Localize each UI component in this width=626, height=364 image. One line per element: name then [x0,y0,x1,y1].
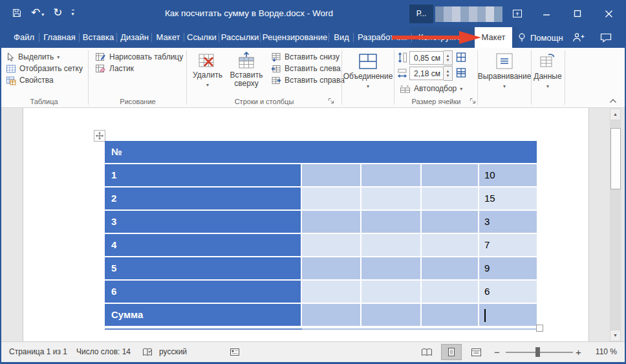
view-gridlines-button[interactable]: Отобразить сетку [1,63,87,74]
insert-right-button[interactable]: Вставить справа [266,74,345,86]
language-indicator[interactable]: русский [159,342,187,362]
tab-references[interactable]: Ссылки [185,27,219,48]
row-label-sum[interactable]: Сумма [105,304,301,326]
row-height-spin-buttons[interactable]: ▲▼ [444,50,453,65]
table-cell[interactable] [302,187,360,209]
row-label[interactable]: 4 [105,234,301,256]
distribute-columns-button[interactable] [455,67,467,78]
value-cell[interactable]: 10 [479,164,537,186]
table-cell[interactable] [422,187,478,209]
data-button[interactable]: Данные ▾ [532,50,564,91]
table-cell[interactable] [362,164,420,186]
zoom-level[interactable]: 110 % [587,342,617,362]
zoom-out-button[interactable]: − [494,342,500,362]
comments-button[interactable] [600,33,612,43]
word-count[interactable]: Число слов: 14 [76,342,131,362]
page-indicator[interactable]: Страница 1 из 1 [9,342,67,362]
close-button[interactable] [598,0,620,27]
table-move-handle[interactable] [94,130,105,142]
table-cell[interactable] [302,257,360,279]
scroll-thumb[interactable] [610,128,621,189]
tab-review[interactable]: Рецензирование [261,27,329,48]
table-cell[interactable] [362,211,420,233]
autofit-button[interactable]: Автоподбор▾ [395,83,462,94]
undo-button[interactable]: ↶ ▾ [31,6,44,20]
undo-dropdown-icon[interactable]: ▾ [41,12,44,17]
tab-insert[interactable]: Вставка [80,27,116,48]
table-cell[interactable] [362,234,420,256]
table-cell[interactable] [362,281,420,303]
column-width-spin-buttons[interactable]: ▲▼ [444,66,453,81]
table-cell[interactable] [362,304,420,326]
table-cell[interactable] [422,164,478,186]
scroll-up-button[interactable]: ▲ [610,109,621,120]
merge-button[interactable]: Объединение ▾ [349,50,387,91]
row-label[interactable]: 2 [105,187,301,209]
table-header-cell[interactable]: № [105,141,537,163]
ribbon-display-options-button[interactable] [506,0,528,27]
read-mode-button[interactable] [416,344,437,360]
value-cell[interactable]: 15 [479,187,537,209]
select-button[interactable]: Выделить▾ [1,51,87,63]
delete-button[interactable]: Удалить ▾ [190,50,225,89]
tab-layout[interactable]: Макет [153,27,184,48]
table-cell[interactable] [362,257,420,279]
tab-design[interactable]: Дизайн [118,27,151,48]
share-button[interactable] [572,32,585,43]
row-height-input[interactable] [409,51,444,65]
column-width-input[interactable] [409,67,444,80]
properties-button[interactable]: Свойства [1,74,87,86]
value-cell[interactable]: 6 [479,281,537,303]
eraser-button[interactable]: Ластик [91,63,185,74]
tab-view[interactable]: Вид [330,27,353,48]
scroll-down-button[interactable]: ▼ [610,330,621,341]
zoom-slider-thumb[interactable] [535,347,540,357]
minimize-button[interactable] [535,0,557,27]
row-label[interactable]: 6 [105,281,301,303]
read-mode-icon [421,348,433,357]
redo-button[interactable]: ↻ [53,6,62,20]
insert-above-button[interactable]: Вставить сверху [228,50,265,88]
collapse-ribbon-button[interactable] [609,98,617,103]
tell-me-helper[interactable]: Помощн [517,27,563,48]
zoom-in-button[interactable]: + [576,342,581,362]
table-cell[interactable] [422,281,478,303]
table-cell[interactable] [422,257,478,279]
eraser-label: Ластик [109,64,134,73]
value-cell[interactable]: 3 [479,211,537,233]
row-label[interactable]: 5 [105,257,301,279]
row-label[interactable]: 1 [105,164,301,186]
rows-columns-dialog-launcher[interactable] [328,98,336,105]
alignment-button[interactable]: Выравнивание ▾ [478,50,531,91]
draw-table-button[interactable]: Нарисовать таблицу [91,51,185,63]
maximize-button[interactable] [567,0,588,27]
print-layout-button[interactable] [441,344,462,360]
table-cell[interactable] [302,164,360,186]
value-cell[interactable]: 7 [479,234,537,256]
table-cell[interactable] [422,304,478,326]
quick-access-toolbar: ↶ ▾ ↻ ▾ [12,6,74,20]
row-label[interactable]: 3 [105,211,301,233]
vertical-scrollbar[interactable]: ▲ ▼ [610,109,621,341]
distribute-rows-button[interactable] [455,52,467,63]
qat-customize-button[interactable]: ▾ [72,10,74,17]
value-cell[interactable]: 9 [479,257,537,279]
table-cell[interactable] [302,281,360,303]
insert-below-button[interactable]: Вставить снизу [266,51,345,63]
table-cell[interactable] [422,211,478,233]
value-cell-active[interactable] [479,304,537,326]
word-table[interactable]: № 1 10 2 15 3 3 4 7 5 9 [105,141,537,326]
table-cell[interactable] [302,234,360,256]
insert-left-button[interactable]: Вставить слева [266,63,345,74]
table-cell[interactable] [302,211,360,233]
tab-home[interactable]: Главная [40,27,79,48]
table-cell[interactable] [362,187,420,209]
table-cell[interactable] [422,234,478,256]
tab-file[interactable]: Файл [9,27,39,48]
tab-mailings[interactable]: Рассылки [220,27,260,48]
table-cell[interactable] [302,304,360,326]
web-layout-button[interactable] [466,344,486,360]
save-button[interactable] [12,8,22,18]
cell-size-dialog-launcher[interactable] [470,98,477,105]
table-resize-handle[interactable] [536,325,543,332]
